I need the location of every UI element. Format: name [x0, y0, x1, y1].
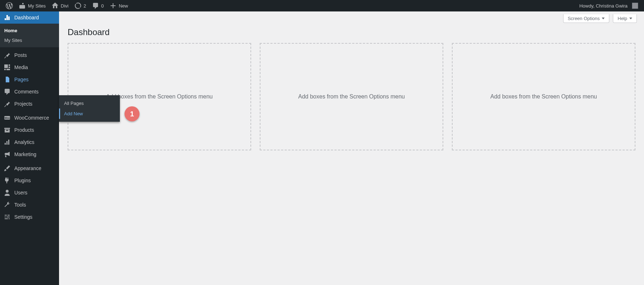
submenu-item-home[interactable]: Home — [0, 26, 59, 35]
projects-icon — [4, 100, 11, 107]
placeholder-text: Add boxes from the Screen Options menu — [106, 93, 213, 100]
sliders-icon — [4, 213, 11, 221]
wordpress-icon — [6, 2, 13, 9]
help-button[interactable]: Help — [613, 14, 637, 23]
submenu-item-my-sites[interactable]: My Sites — [0, 35, 59, 45]
comment-icon — [92, 2, 99, 9]
dashboard-submenu: Home My Sites — [0, 24, 59, 47]
plus-icon — [109, 2, 117, 9]
sidebar-item-label: Users — [14, 190, 28, 195]
my-sites-label: My Sites — [28, 3, 46, 9]
sidebar-item-products[interactable]: Products — [0, 124, 59, 136]
plug-icon — [4, 177, 11, 184]
screen-options-button[interactable]: Screen Options — [563, 14, 610, 23]
caret-down-icon — [629, 18, 632, 19]
new-content-link[interactable]: New — [107, 0, 131, 11]
sidebar-item-label: Dashboard — [14, 15, 39, 20]
sidebar-item-label: Analytics — [14, 139, 34, 145]
sidebar-item-appearance[interactable]: Appearance — [0, 162, 59, 174]
new-label: New — [119, 3, 128, 9]
main-content: Screen Options Help Dashboard Add boxes … — [59, 11, 644, 150]
sidebar-item-label: Media — [14, 64, 28, 70]
sidebar-item-projects[interactable]: Projects — [0, 98, 59, 110]
wp-logo[interactable] — [3, 0, 16, 11]
sidebar-item-label: Appearance — [14, 165, 42, 171]
sidebar-item-marketing[interactable]: Marketing — [0, 148, 59, 160]
page-icon — [4, 76, 11, 83]
updates-count: 2 — [84, 3, 86, 9]
sidebar-item-label: Comments — [14, 89, 39, 95]
screen-meta-links: Screen Options Help — [59, 11, 644, 23]
sidebar-item-pages[interactable]: Pages — [0, 73, 59, 86]
page-title: Dashboard — [59, 23, 644, 43]
woocommerce-icon: Woo — [4, 114, 11, 121]
admin-toolbar: My Sites Divi 2 0 New Howdy, Christina G… — [0, 0, 644, 11]
sidebar-item-label: WooCommerce — [14, 115, 49, 121]
my-account-link[interactable]: Howdy, Christina Gwira — [576, 0, 641, 11]
comments-icon — [4, 88, 11, 95]
multisite-icon — [19, 2, 26, 9]
megaphone-icon — [4, 151, 11, 158]
wrench-icon — [4, 201, 11, 208]
pin-icon — [4, 52, 11, 59]
comments-count: 0 — [101, 3, 104, 9]
avatar — [632, 3, 638, 9]
sidebar-item-plugins[interactable]: Plugins — [0, 174, 59, 187]
sidebar-item-label: Projects — [14, 101, 33, 107]
sidebar-item-label: Plugins — [14, 178, 31, 183]
sidebar-item-analytics[interactable]: Analytics — [0, 136, 59, 148]
sidebar-item-dashboard[interactable]: Dashboard — [0, 11, 59, 24]
pages-flyout: All Pages Add New — [59, 95, 120, 122]
sidebar-item-posts[interactable]: Posts — [0, 49, 59, 61]
dashboard-widgets: Add boxes from the Screen Options menu A… — [59, 43, 644, 150]
chart-bar-icon — [4, 139, 11, 146]
dashboard-icon — [4, 14, 11, 21]
sidebar-item-media[interactable]: Media — [0, 61, 59, 73]
sidebar-item-label: Settings — [14, 214, 33, 220]
sidebar-item-label: Marketing — [14, 151, 36, 157]
update-icon — [74, 2, 82, 9]
sidebar-item-label: Products — [14, 127, 34, 133]
media-icon — [4, 64, 11, 71]
sidebar-item-label: Posts — [14, 52, 27, 58]
admin-sidebar: Dashboard Home My Sites Posts Media Page… — [0, 11, 59, 285]
home-icon — [52, 2, 59, 9]
site-name-link[interactable]: Divi — [49, 0, 72, 11]
flyout-item-all-pages[interactable]: All Pages — [59, 98, 120, 108]
comments-link[interactable]: 0 — [89, 0, 107, 11]
sidebar-item-label: Tools — [14, 202, 26, 208]
placeholder-text: Add boxes from the Screen Options menu — [491, 93, 597, 100]
sidebar-item-woocommerce[interactable]: Woo WooCommerce — [0, 112, 59, 124]
sidebar-item-comments[interactable]: Comments — [0, 86, 59, 98]
sidebar-item-tools[interactable]: Tools — [0, 199, 59, 211]
sidebar-item-settings[interactable]: Settings — [0, 211, 59, 223]
site-name-label: Divi — [61, 3, 69, 9]
greeting-text: Howdy, Christina Gwira — [579, 3, 628, 9]
widget-column-3: Add boxes from the Screen Options menu — [452, 43, 635, 150]
sidebar-item-label: Pages — [14, 77, 29, 82]
svg-text:Woo: Woo — [4, 117, 10, 119]
annotation-badge-1: 1 — [125, 106, 140, 121]
placeholder-text: Add boxes from the Screen Options menu — [298, 93, 405, 100]
caret-down-icon — [602, 18, 605, 19]
sidebar-item-users[interactable]: Users — [0, 187, 59, 199]
my-sites-link[interactable]: My Sites — [16, 0, 49, 11]
user-icon — [4, 189, 11, 196]
widget-column-2: Add boxes from the Screen Options menu — [260, 43, 443, 150]
archive-icon — [4, 126, 11, 134]
flyout-item-add-new[interactable]: Add New — [59, 108, 120, 119]
updates-link[interactable]: 2 — [72, 0, 89, 11]
brush-icon — [4, 165, 11, 172]
